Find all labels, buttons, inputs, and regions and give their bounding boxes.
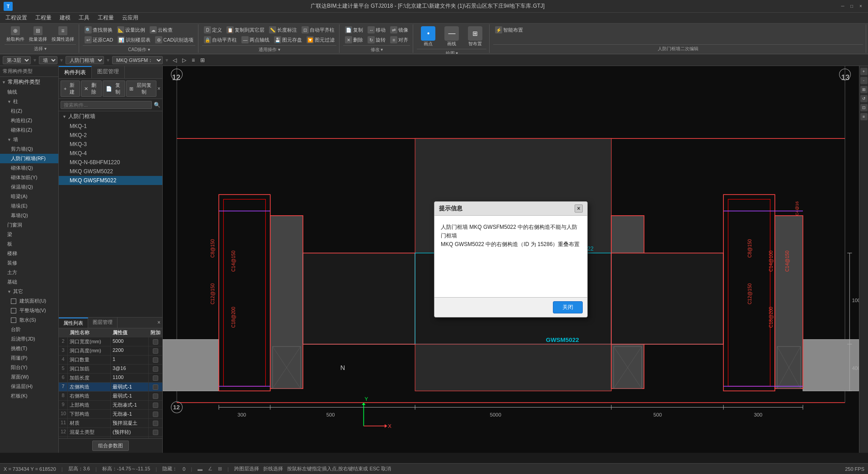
left-tree-item-floor-area[interactable]: 建筑面积(U) (0, 296, 58, 306)
batch-select-button[interactable]: ⊞ 批量选择 (27, 25, 49, 43)
canvas-area[interactable]: 12 13 (163, 66, 859, 453)
two-point-axis-button[interactable]: — 两点轴线 (240, 35, 271, 44)
left-tree-item-steps[interactable]: 台阶 (0, 325, 58, 334)
left-tree-item-masonry-rebar[interactable]: 砌体加筋(Y) (0, 173, 58, 182)
combo-params-button[interactable]: 组合参数图 (92, 441, 129, 451)
draw-point-button[interactable]: • 画点 (417, 25, 439, 48)
type-select[interactable]: 墙 (39, 56, 57, 64)
row2-checkbox[interactable] (153, 339, 158, 345)
left-tree-item-decoration[interactable]: 装修 (0, 258, 58, 268)
copy-component-button[interactable]: 📄 复制 (103, 81, 125, 97)
copy-to-floor-button[interactable]: 📋 复制到其它层 (225, 25, 266, 34)
minimize-button[interactable]: ─ (839, 3, 846, 10)
left-tree-item-apron[interactable]: 散水(S) (0, 315, 58, 325)
new-component-button[interactable]: + 新建 (61, 81, 80, 97)
left-tree-item-canopy[interactable]: 雨篷(P) (0, 353, 58, 363)
define-button[interactable]: D 定义 (202, 25, 224, 34)
row9-checkbox[interactable] (153, 403, 158, 408)
left-tree-item-curtain-wall[interactable]: 幕墙(Q) (0, 211, 58, 220)
tab-layer-manage[interactable]: 图层管理 (92, 66, 125, 78)
cad-options-button[interactable]: ⚙ CAD识别选项 (153, 35, 195, 44)
dialog-close-btn[interactable]: 关闭 (553, 301, 583, 313)
tab-props-list[interactable]: 属性列表 (59, 318, 88, 328)
copy-button[interactable]: 📄 复制 (343, 25, 365, 34)
tree-item-mkqgwsm5022[interactable]: MKQ GWSM5022 (59, 167, 162, 176)
align-button[interactable]: ≡ 对齐 (388, 35, 410, 44)
rt-btn-6[interactable]: ≡ (860, 113, 868, 120)
property-select-button[interactable]: ≡ 按属性选择 (50, 25, 76, 43)
menu-cloud[interactable]: 云应用 (118, 13, 142, 23)
modify-group-label[interactable]: 修改 ▾ (343, 45, 410, 53)
left-tree-item-masonry-wall[interactable]: 砌体墙(Q) (0, 163, 58, 173)
left-tree-item-civil-defense-wall[interactable]: 人防门框墙(RF) (0, 154, 58, 163)
row12-checkbox[interactable] (153, 430, 158, 435)
left-tree-item-railing-slab[interactable]: 栏板(K) (0, 391, 58, 401)
rt-btn-2[interactable]: - (860, 77, 868, 84)
left-tree-item-column[interactable]: ▼ 柱 (0, 97, 58, 106)
mirror-button[interactable]: ⇌ 镜像 (388, 25, 410, 34)
mode-icon-angle[interactable]: ∠ (208, 466, 212, 472)
component-select[interactable]: MKQ GWSFM： (112, 56, 163, 64)
row5-checkbox[interactable] (153, 366, 158, 372)
mode-icon-grid[interactable]: ⊞ (218, 466, 222, 472)
rotate-button[interactable]: ↻ 旋转 (366, 35, 387, 44)
dialog-close-button[interactable]: × (575, 204, 583, 213)
row4-checkbox[interactable] (153, 357, 158, 363)
menu-quantities2[interactable]: 工程量 (94, 13, 118, 23)
save-element-button[interactable]: 💾 图元存盘 (272, 35, 304, 44)
left-tree-item-masonry-column[interactable]: 砌体柱(Z) (0, 125, 58, 135)
rt-btn-3[interactable]: ⊞ (860, 86, 868, 93)
left-tree-item-slab[interactable]: 板 (0, 239, 58, 249)
left-tree-item-leveling[interactable]: 平整场地(V) (0, 306, 58, 315)
left-tree-item-roof[interactable]: 屋面(W) (0, 372, 58, 382)
grid-view-icon[interactable]: ⊞ (198, 57, 207, 63)
left-tree-item-hidden-beam[interactable]: 暗梁(A) (0, 192, 58, 201)
cad-group-label[interactable]: CAD操作 ▾ (83, 45, 195, 53)
menu-tools[interactable]: 工具 (75, 13, 93, 23)
list-view-icon[interactable]: ≡ (190, 57, 197, 63)
find-replace-button[interactable]: 🔍 查找替换 (83, 25, 114, 34)
menu-modeling[interactable]: 建模 (56, 13, 74, 23)
draw-line-button[interactable]: — 画线 (440, 25, 463, 48)
close-panel-icon[interactable]: × (157, 85, 160, 92)
close-button[interactable]: × (857, 3, 864, 10)
left-tree-item-shear-wall[interactable]: 剪力墙(Q) (0, 144, 58, 154)
tree-item-mkq1[interactable]: MKQ-1 (59, 122, 162, 131)
nav-prev-icon[interactable]: ◁ (171, 57, 179, 63)
row6-checkbox[interactable] (153, 375, 158, 381)
tree-item-mkq2[interactable]: MKQ-2 (59, 131, 162, 140)
tree-item-mkqgwsfm5022[interactable]: MKQ GWSFM5022 (59, 176, 162, 185)
pick-component-button[interactable]: ⊕ 拾取构件 (5, 25, 26, 43)
close-props-icon[interactable]: × (156, 318, 162, 328)
filter-element-button[interactable]: 🔽 图元过滤 (305, 35, 336, 44)
left-tree-item-foundation[interactable]: 基础 (0, 277, 58, 287)
nav-next-icon[interactable]: ▷ (180, 57, 188, 63)
auto-align-button[interactable]: ⊡ 自动平齐柱 (300, 25, 336, 34)
window-controls[interactable]: ─ □ × (839, 3, 864, 10)
rt-btn-1[interactable]: + (860, 68, 868, 75)
tab-layer-manage2[interactable]: 图层管理 (88, 318, 118, 328)
move-button[interactable]: ↔ 移动 (366, 25, 387, 34)
rt-btn-5[interactable]: ⊡ (860, 104, 868, 111)
left-tree-item-stair[interactable]: 楼梯 (0, 249, 58, 258)
row10-checkbox[interactable] (153, 412, 158, 417)
left-tree-item-column-z[interactable]: 柱(Z) (0, 106, 58, 116)
row7-checkbox[interactable] (153, 384, 158, 390)
left-tree-item-insulation-wall[interactable]: 保温墙(Q) (0, 182, 58, 192)
maximize-button[interactable]: □ (848, 3, 855, 10)
smart-layout-button[interactable]: ⚡ 智能布置 (493, 25, 525, 34)
tree-item-mkq3[interactable]: MKQ-3 (59, 140, 162, 149)
left-tree-item-cornice[interactable]: 挑檐(T) (0, 344, 58, 353)
left-tree-item-wall-buttress[interactable]: 墙垛(E) (0, 201, 58, 211)
smart-arrange-button[interactable]: ⊞ 智布置 (464, 25, 486, 48)
identify-floor-button[interactable]: 📊 识别楼层表 (116, 35, 152, 44)
tree-item-mkqn6bhfm1220[interactable]: MKQ-N-6BHFM1220 (59, 158, 162, 167)
left-tree-item-other[interactable]: ▼ 其它 (0, 287, 58, 296)
left-tree-item-balcony[interactable]: 阳台(Y) (0, 363, 58, 372)
delete-button[interactable]: ✕ 删除 (343, 35, 365, 44)
cloud-check-button[interactable]: ☁ 云检查 (148, 25, 175, 34)
floor-select[interactable]: 第-3层 (3, 56, 31, 64)
left-tree-item-insulation-layer[interactable]: 保温层(H) (0, 382, 58, 391)
subtype-select[interactable]: 人防门框墙 (66, 56, 104, 64)
left-tree-item-common[interactable]: ▼ 常用构件类型 (0, 77, 58, 87)
